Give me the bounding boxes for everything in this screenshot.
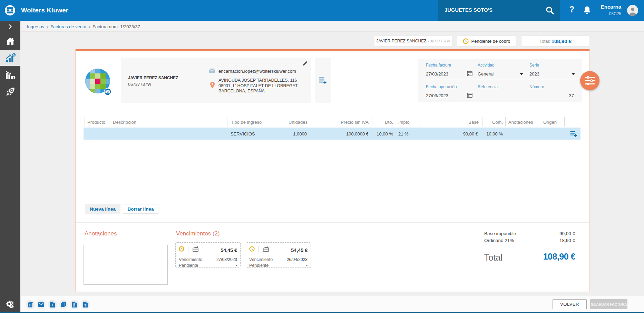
svg-text:e: e	[85, 303, 87, 307]
svg-text:R: R	[73, 302, 75, 305]
svg-text:€: €	[13, 76, 14, 79]
svg-text:λ: λ	[51, 304, 53, 307]
svg-text:€: €	[13, 53, 15, 57]
